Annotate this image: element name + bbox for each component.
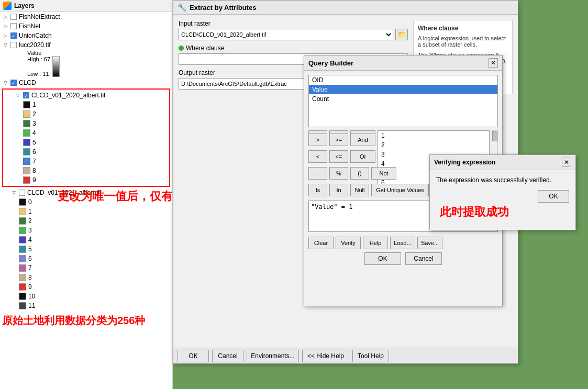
lucc2020-high-label: High : 67 <box>27 56 50 62</box>
op-is[interactable]: Is <box>308 184 327 196</box>
layer-checkbox[interactable] <box>10 23 17 29</box>
input-raster-label: Input raster <box>179 20 408 27</box>
layer-color-d6[interactable]: 6 <box>0 254 172 263</box>
layer-color-7[interactable]: 7 <box>4 157 168 166</box>
layer-fishnet[interactable]: ▷ FishNet <box>0 21 172 31</box>
layer-fishnetextract[interactable]: ▷ FishNetExtract <box>0 12 172 21</box>
load-button[interactable]: Load... <box>390 237 415 249</box>
op-minus[interactable]: - <box>308 167 327 180</box>
layer-clcd-v01-2020[interactable]: ▽ CLCD_v01_2020_albert.tif <box>4 91 168 100</box>
ok-button[interactable]: OK <box>177 350 209 362</box>
expand-icon[interactable]: ▽ <box>10 190 17 196</box>
help-button[interactable]: Help <box>363 237 388 249</box>
expand-icon[interactable]: ▷ <box>2 32 8 39</box>
layer-color-d3[interactable]: 3 <box>0 226 172 235</box>
color-label: 7 <box>32 158 36 165</box>
layer-color-d9[interactable]: 9 <box>0 282 172 292</box>
lucc2020-value-label: Value <box>27 50 172 56</box>
layer-label: lucc2020.tif <box>19 41 51 49</box>
op-lt[interactable]: < <box>308 150 327 163</box>
color-label: 5 <box>32 139 36 146</box>
red-highlight-section: ▽ CLCD_v01_2020_albert.tif 1 2 3 4 5 6 <box>2 88 170 187</box>
environments-button[interactable]: Environments... <box>247 350 299 362</box>
verify-message: The expression was successfully verified… <box>436 176 569 184</box>
extract-dialog-titlebar: 🔧 Extract by Attributes <box>173 1 518 15</box>
verify-titlebar: Verifying expression ✕ <box>430 155 575 170</box>
browse-button[interactable]: 📁 <box>395 29 408 40</box>
op-in[interactable]: In <box>329 184 348 196</box>
layer-checkbox[interactable] <box>10 14 17 20</box>
layer-lucc2020[interactable]: ▽ lucc2020.tif <box>0 40 172 50</box>
layer-color-1[interactable]: 1 <box>4 100 168 109</box>
layer-color-d10[interactable]: 10 <box>0 292 172 301</box>
op-null[interactable]: Null <box>350 184 369 196</box>
color-swatch <box>19 302 26 309</box>
layer-unioncatch[interactable]: ▷ UnionCatch <box>0 31 172 40</box>
field-oid[interactable]: OID <box>309 75 497 85</box>
color-label: 6 <box>28 255 32 262</box>
op-and[interactable]: And <box>350 134 375 146</box>
layer-color-d11[interactable]: 11 <box>0 301 172 310</box>
save-button[interactable]: Save... <box>417 237 442 249</box>
color-swatch <box>19 227 26 234</box>
verify-close-button[interactable]: ✕ <box>562 158 571 167</box>
layer-clcd[interactable]: ▽ CLCD <box>0 78 172 87</box>
verify-ok-button[interactable]: OK <box>538 190 569 203</box>
layer-label: CLCD <box>19 79 36 86</box>
layer-color-9[interactable]: 9 <box>4 175 168 185</box>
color-swatch <box>19 255 26 262</box>
color-label: 9 <box>28 283 32 291</box>
layer-color-4[interactable]: 4 <box>4 128 168 138</box>
clear-button[interactable]: Clear <box>308 237 334 249</box>
layer-checkbox[interactable] <box>10 42 17 48</box>
op-lte[interactable]: <= <box>329 150 348 163</box>
query-close-button[interactable]: ✕ <box>489 58 498 68</box>
layer-color-2[interactable]: 2 <box>4 109 168 119</box>
layer-color-6[interactable]: 6 <box>4 147 168 157</box>
expand-icon[interactable]: ▽ <box>2 80 8 86</box>
action-buttons-row: Clear Verify Help Load... Save... <box>308 237 498 249</box>
get-unique-values-button[interactable]: Get Unique Values <box>371 184 429 196</box>
hide-help-button[interactable]: << Hide Help <box>302 350 349 362</box>
green-dot <box>179 46 184 51</box>
layer-checkbox[interactable] <box>10 80 17 86</box>
layer-checkbox[interactable] <box>23 92 29 98</box>
color-swatch <box>19 293 26 300</box>
op-not[interactable]: Not <box>371 167 396 180</box>
layer-color-3[interactable]: 3 <box>4 119 168 128</box>
color-label: 1 <box>28 208 32 215</box>
layer-color-d1[interactable]: 1 <box>0 207 172 216</box>
expand-icon[interactable]: ▽ <box>15 92 21 98</box>
layer-checkbox[interactable] <box>10 32 17 39</box>
query-cancel-button[interactable]: Cancel <box>405 252 442 265</box>
tool-help-button[interactable]: Tool Help <box>352 350 389 362</box>
op-gte[interactable]: >= <box>329 134 348 146</box>
expand-icon[interactable]: ▷ <box>2 14 8 20</box>
layer-checkbox[interactable] <box>19 190 25 196</box>
expand-icon[interactable]: ▽ <box>2 42 8 48</box>
fields-list[interactable]: OID Value Count <box>308 75 498 127</box>
input-raster-select[interactable]: CLCD\CLCD_v01_2020_albert.tif <box>179 29 393 40</box>
color-swatch <box>19 208 26 215</box>
op-parens[interactable]: () <box>350 167 369 180</box>
op-gt[interactable]: > <box>308 134 327 146</box>
query-ok-button[interactable]: OK <box>364 252 401 265</box>
color-swatch <box>23 167 30 174</box>
field-count[interactable]: Count <box>309 94 497 104</box>
layer-color-d2[interactable]: 2 <box>0 216 172 226</box>
layer-color-d8[interactable]: 8 <box>0 273 172 282</box>
cancel-button[interactable]: Cancel <box>212 350 243 362</box>
layer-color-5[interactable]: 5 <box>4 138 168 147</box>
expand-icon[interactable]: ▷ <box>2 23 8 29</box>
verify-button[interactable]: Verify <box>336 237 361 249</box>
help-title: Where clause <box>418 25 508 32</box>
op-or[interactable]: Or <box>350 150 375 163</box>
op-pct[interactable]: % <box>329 167 348 180</box>
layer-color-d7[interactable]: 7 <box>0 263 172 273</box>
layer-color-d4[interactable]: 4 <box>0 235 172 244</box>
layer-label: FishNet <box>19 23 40 30</box>
field-value[interactable]: Value <box>309 85 497 94</box>
layer-color-d5[interactable]: 5 <box>0 244 172 254</box>
layer-color-8[interactable]: 8 <box>4 166 168 175</box>
lucc2020-low-label: Low : 11 <box>27 71 50 77</box>
